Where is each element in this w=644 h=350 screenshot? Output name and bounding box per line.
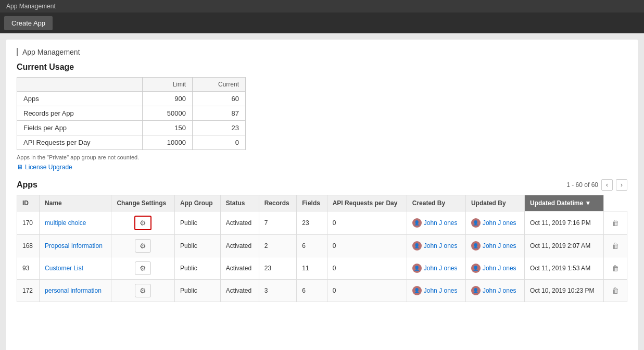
updated-by-link[interactable]: John J ones [483,219,516,227]
delete-app-button[interactable]: 🗑 [610,284,621,297]
avatar: 👤 [471,286,481,295]
created-by-link[interactable]: John J ones [424,265,458,272]
usage-col-name [17,78,143,92]
usage-row-current: 60 [192,92,245,106]
app-name-link[interactable]: multiple choice [45,219,86,227]
updated-by-link[interactable]: John J ones [483,265,516,272]
usage-col-current: Current [192,78,245,92]
app-group: Public [174,280,220,302]
app-name-link[interactable]: personal information [45,287,102,294]
app-api-requests: 0 [327,280,407,302]
created-by-link[interactable]: John J ones [424,287,458,294]
app-name: multiple choice [40,211,111,235]
app-name: Proposal Information [40,235,111,257]
section-header-label: App Management [22,48,80,56]
app-fields: 11 [297,257,327,280]
updated-by-link[interactable]: John J ones [483,242,516,249]
main-content: App Management Current Usage Limit Curre… [6,40,638,350]
app-updated-datetime: Oct 11, 2019 2:07 AM [525,235,604,257]
usage-row-label: Apps [17,92,143,106]
apps-col-header: Status [220,195,259,211]
apps-col-header: Fields [297,195,327,211]
app-updated-datetime: Oct 10, 2019 10:23 PM [525,280,604,302]
gear-settings-button[interactable]: ⚙ [135,261,151,275]
usage-row-label: Records per App [17,106,143,121]
usage-row: Apps 900 60 [17,92,246,106]
pagination-next-button[interactable]: › [616,179,627,191]
delete-app-button[interactable]: 🗑 [610,262,621,274]
app-name-link[interactable]: Proposal Information [45,242,103,249]
app-status: Activated [220,280,259,302]
usage-row-current: 87 [192,106,245,121]
apps-table: IDNameChange SettingsApp GroupStatusReco… [17,195,627,302]
create-app-button[interactable]: Create App [4,16,53,30]
avatar: 👤 [471,241,481,251]
app-api-requests: 0 [327,235,407,257]
usage-row-label: API Requests per Day [17,135,143,150]
app-name: Customer List [40,257,111,280]
app-status: Activated [220,211,259,235]
avatar: 👤 [471,264,481,273]
pagination: 1 - 60 of 60 ‹ › [566,179,627,191]
table-row: 93 Customer List ⚙ Public Activated 23 1… [17,257,627,280]
app-created-by: 👤 John J ones [407,235,465,257]
app-fields: 6 [297,280,327,302]
app-group: Public [174,257,220,280]
app-api-requests: 0 [327,257,407,280]
app-records: 3 [259,280,297,302]
app-fields: 23 [297,211,327,235]
usage-row-limit: 150 [143,121,193,135]
avatar: 👤 [412,218,422,228]
apps-col-header: Change Settings [111,195,175,211]
usage-row-label: Fields per App [17,121,143,135]
app-created-by: 👤 John J ones [407,280,465,302]
top-bar-label: App Management [6,3,56,10]
avatar: 👤 [412,264,422,273]
license-upgrade-link[interactable]: 🖥 License Upgrade [17,164,627,171]
gear-settings-button[interactable]: ⚙ [135,239,151,253]
table-row: 170 multiple choice ⚙ Public Activated 7… [17,211,627,235]
app-delete-cell: 🗑 [603,235,627,257]
app-change-settings: ⚙ [111,211,175,235]
app-name-link[interactable]: Customer List [45,265,83,272]
license-upgrade-label: License Upgrade [25,164,72,171]
usage-row: Records per App 50000 87 [17,106,246,121]
usage-row-limit: 10000 [143,135,193,150]
app-delete-cell: 🗑 [603,280,627,302]
app-change-settings: ⚙ [111,257,175,280]
apps-col-header: Name [40,195,111,211]
apps-col-header: Updated By [465,195,524,211]
section-header: App Management [17,48,627,56]
created-by-link[interactable]: John J ones [424,219,458,227]
app-status: Activated [220,257,259,280]
usage-row-limit: 50000 [143,106,193,121]
delete-app-button[interactable]: 🗑 [610,240,621,252]
app-updated-datetime: Oct 11, 2019 7:16 PM [525,211,604,235]
app-updated-by: 👤 John J ones [465,257,524,280]
app-id: 170 [17,211,40,235]
app-updated-datetime: Oct 11, 2019 1:53 AM [525,257,604,280]
avatar: 👤 [412,241,422,251]
apps-col-header: Records [259,195,297,211]
apps-col-header: App Group [174,195,220,211]
app-records: 7 [259,211,297,235]
usage-row-current: 23 [192,121,245,135]
usage-row: Fields per App 150 23 [17,121,246,135]
created-by-link[interactable]: John J ones [424,242,458,249]
gear-settings-button[interactable]: ⚙ [134,216,151,230]
usage-row-limit: 900 [143,92,193,106]
pagination-prev-button[interactable]: ‹ [601,179,613,191]
current-usage-title: Current Usage [17,63,627,72]
app-change-settings: ⚙ [111,235,175,257]
updated-by-link[interactable]: John J ones [483,287,516,294]
top-bar: App Management [0,0,644,12]
apps-col-header: ID [17,195,40,211]
app-id: 172 [17,280,40,302]
app-updated-by: 👤 John J ones [465,280,524,302]
app-updated-by: 👤 John J ones [465,211,524,235]
app-id: 168 [17,235,40,257]
delete-app-button[interactable]: 🗑 [610,217,621,229]
app-name: personal information [40,280,111,302]
app-fields: 6 [297,235,327,257]
gear-settings-button[interactable]: ⚙ [135,284,151,297]
